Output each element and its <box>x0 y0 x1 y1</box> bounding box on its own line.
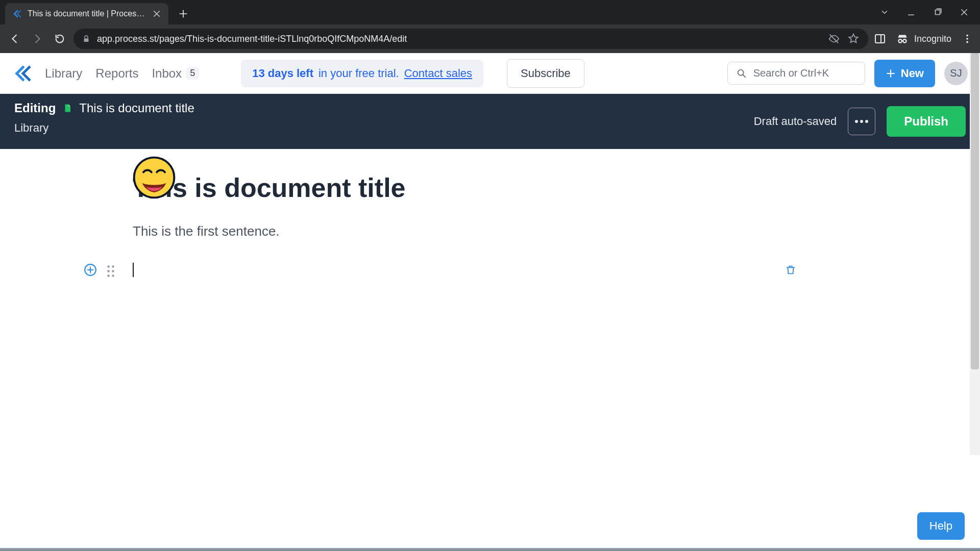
subscribe-button[interactable]: Subscribe <box>507 59 584 88</box>
forward-button[interactable] <box>29 30 46 47</box>
help-button[interactable]: Help <box>917 512 965 540</box>
app-root: Library Reports Inbox 5 13 days left in … <box>0 53 980 551</box>
tab-strip: This is document title | Process St <box>0 0 980 24</box>
svg-point-3 <box>898 39 902 43</box>
incognito-indicator[interactable]: Incognito <box>896 32 951 45</box>
favicon-icon <box>12 9 22 19</box>
close-tab-icon[interactable] <box>152 9 161 18</box>
paragraph-block[interactable]: This is the first sentence. <box>133 223 980 239</box>
top-nav: Library Reports Inbox 5 13 days left in … <box>0 53 980 94</box>
editing-doc-title: This is document title <box>79 101 194 115</box>
text-caret <box>133 263 134 277</box>
trial-days-left: 13 days left <box>252 67 313 80</box>
nav-inbox-label: Inbox <box>152 66 182 81</box>
editing-bar: Editing This is document title Library D… <box>0 94 980 149</box>
back-button[interactable] <box>6 30 23 47</box>
svg-point-16 <box>107 270 110 272</box>
laughing-emoji-icon <box>133 156 176 199</box>
maximize-icon[interactable] <box>933 8 942 17</box>
incognito-icon <box>896 32 909 45</box>
nav-library[interactable]: Library <box>43 64 84 83</box>
editing-label: Editing <box>14 101 56 115</box>
breadcrumb[interactable]: Library <box>14 121 194 135</box>
lock-icon <box>82 34 91 43</box>
star-icon[interactable] <box>847 32 860 45</box>
scrollbar-thumb[interactable] <box>971 53 979 369</box>
tab-title: This is document title | Process St <box>28 9 147 18</box>
browser-chrome: This is document title | Process St app.… <box>0 0 980 53</box>
svg-rect-0 <box>936 10 940 15</box>
reload-button[interactable] <box>51 30 68 47</box>
minimize-icon[interactable] <box>906 8 916 17</box>
os-taskbar-edge <box>0 548 980 551</box>
svg-point-18 <box>107 274 110 277</box>
page-title[interactable]: This is document title <box>133 172 980 203</box>
document-canvas: This is document title This is the first… <box>0 172 980 277</box>
svg-point-5 <box>966 35 968 37</box>
inbox-count-badge: 5 <box>186 67 199 80</box>
avatar-initials: SJ <box>950 67 962 79</box>
nav-reports[interactable]: Reports <box>93 64 140 83</box>
nav-inbox[interactable]: Inbox 5 <box>150 64 201 83</box>
document-icon <box>63 103 72 114</box>
svg-rect-1 <box>84 38 89 42</box>
chevron-down-icon[interactable] <box>880 8 889 17</box>
avatar[interactable]: SJ <box>944 62 968 85</box>
incognito-label: Incognito <box>914 34 951 44</box>
close-window-icon[interactable] <box>960 8 969 17</box>
trial-banner: 13 days left in your free trial. Contact… <box>241 60 483 87</box>
app-logo-icon[interactable] <box>12 63 34 84</box>
svg-rect-2 <box>875 35 885 43</box>
svg-point-17 <box>112 270 114 272</box>
vertical-scrollbar[interactable] <box>970 53 980 455</box>
contact-sales-link[interactable]: Contact sales <box>404 67 472 80</box>
svg-point-11 <box>865 120 868 123</box>
autosave-status: Draft auto-saved <box>754 115 837 128</box>
toolbar-row: app.process.st/pages/This-is-document-ti… <box>0 24 980 53</box>
svg-point-15 <box>112 265 114 268</box>
svg-point-8 <box>738 69 743 75</box>
svg-point-14 <box>107 265 110 268</box>
window-controls <box>880 0 980 24</box>
svg-point-4 <box>903 39 906 43</box>
empty-block[interactable] <box>133 263 980 277</box>
trial-suffix: in your free trial. <box>318 67 399 80</box>
new-tab-button[interactable] <box>175 5 192 22</box>
svg-point-7 <box>966 41 968 43</box>
drag-handle-icon[interactable] <box>106 264 115 276</box>
plus-icon <box>886 68 896 79</box>
search-icon <box>736 68 747 79</box>
eye-off-icon[interactable] <box>827 32 841 45</box>
new-label: New <box>901 67 924 80</box>
svg-point-6 <box>966 38 968 40</box>
search-placeholder: Search or Ctrl+K <box>753 67 829 79</box>
more-menu-button[interactable] <box>848 108 875 135</box>
toolbar-right: Incognito <box>873 32 974 45</box>
svg-point-19 <box>112 274 114 277</box>
url-text: app.process.st/pages/This-is-document-ti… <box>97 34 407 44</box>
address-bar[interactable]: app.process.st/pages/This-is-document-ti… <box>74 29 868 49</box>
svg-point-9 <box>855 120 858 123</box>
kebab-icon[interactable] <box>961 32 974 45</box>
svg-point-10 <box>860 120 863 123</box>
search-input[interactable]: Search or Ctrl+K <box>727 62 865 85</box>
page-emoji[interactable] <box>133 156 176 199</box>
panel-icon[interactable] <box>873 32 887 45</box>
add-block-button[interactable] <box>84 263 97 277</box>
browser-tab[interactable]: This is document title | Process St <box>5 3 168 24</box>
new-button[interactable]: New <box>874 60 935 87</box>
delete-block-button[interactable] <box>785 264 796 276</box>
publish-button[interactable]: Publish <box>887 106 966 137</box>
